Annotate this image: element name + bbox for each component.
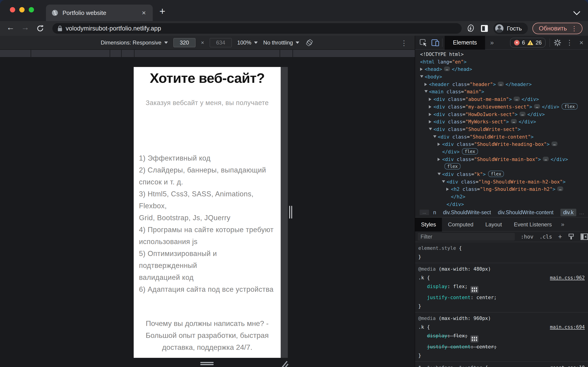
- dom-tree-row[interactable]: <div class="ShouldWrite-sect">: [415, 126, 588, 133]
- device-toolbar-toggle-icon[interactable]: [431, 38, 440, 47]
- style-rule-line[interactable]: @media (max-width: 960px): [415, 314, 588, 323]
- page-viewport[interactable]: Хотите веб-сайт? Заказуя вебсайт у меня,…: [134, 67, 281, 358]
- update-button[interactable]: Обновить ⋮: [532, 23, 582, 34]
- expand-arrow-icon[interactable]: [446, 186, 451, 193]
- media-query-bar[interactable]: [0, 50, 415, 57]
- more-panes-icon[interactable]: »: [561, 221, 564, 228]
- expand-ellipsis-button[interactable]: …: [552, 142, 557, 146]
- style-rule-line[interactable]: *, *::before, *::after {reset.css:10: [415, 363, 588, 367]
- style-rule-line[interactable]: display: flex;: [415, 332, 588, 342]
- breadcrumb-item[interactable]: n: [433, 209, 436, 216]
- dom-tree-row[interactable]: <!DOCTYPE html>: [415, 51, 588, 58]
- new-tab-icon[interactable]: +: [159, 8, 165, 15]
- dom-tree-row[interactable]: <html lang="en">: [415, 58, 588, 66]
- stylesheet-source-link[interactable]: main.css:962: [550, 273, 585, 282]
- flex-editor-icon[interactable]: [470, 335, 478, 342]
- expand-arrow-icon[interactable]: [420, 66, 425, 73]
- expand-ellipsis-button[interactable]: …: [514, 97, 519, 101]
- tab-event-listeners[interactable]: Event Listeners: [508, 218, 558, 232]
- expand-ellipsis-button[interactable]: …: [543, 157, 549, 161]
- new-style-rule-icon[interactable]: +: [558, 233, 562, 241]
- browser-menu-dots-icon[interactable]: ⋮: [571, 25, 578, 32]
- dom-tree-row[interactable]: <div class="MyWorks-sect">…</div>: [415, 118, 588, 126]
- forward-icon[interactable]: →: [21, 23, 29, 32]
- dimensions-dropdown[interactable]: Dimensions: Responsive: [101, 40, 168, 46]
- style-rule-line[interactable]: element.style {: [415, 244, 588, 252]
- settings-gear-icon[interactable]: [553, 39, 561, 47]
- tab-layout[interactable]: Layout: [479, 218, 508, 232]
- expand-ellipsis-button[interactable]: …: [557, 186, 563, 191]
- dom-tree-row[interactable]: <div class="k">flex: [415, 171, 588, 178]
- viewport-resize-handle-right[interactable]: [289, 206, 293, 219]
- flex-badge[interactable]: flex: [562, 103, 578, 110]
- collapse-arrow-icon[interactable]: [442, 178, 447, 186]
- style-rule-line[interactable]: .k {main.css:962: [415, 273, 588, 282]
- dom-tree-row[interactable]: <div class="ShouldWrite-content">: [415, 133, 588, 141]
- issues-badge[interactable]: × 6 ! 26: [510, 38, 545, 48]
- expand-arrow-icon[interactable]: [438, 156, 442, 163]
- dom-tree-row[interactable]: </div>: [415, 201, 588, 208]
- dom-tree-row[interactable]: </div>flex: [415, 148, 588, 156]
- style-rule-line[interactable]: }: [415, 252, 588, 261]
- style-rule-line[interactable]: .k {main.css:694: [415, 323, 588, 332]
- styles-filter-input[interactable]: Filter: [418, 233, 515, 241]
- dom-tree-row[interactable]: flex: [415, 163, 588, 171]
- style-rule-line[interactable]: }: [415, 302, 588, 311]
- expand-arrow-icon[interactable]: [429, 96, 433, 103]
- side-panel-icon[interactable]: [480, 24, 489, 33]
- devtools-close-icon[interactable]: ×: [579, 39, 583, 47]
- dom-tree-row[interactable]: <div class="ShouldWrite-heading-box">…: [415, 141, 588, 148]
- battery-saver-icon[interactable]: [466, 24, 476, 33]
- rotate-device-icon[interactable]: [305, 38, 314, 47]
- expand-arrow-icon[interactable]: [429, 103, 433, 111]
- style-rule-line[interactable]: }: [415, 351, 588, 360]
- throttling-dropdown[interactable]: No throttling: [263, 40, 299, 46]
- expand-arrow-icon[interactable]: [424, 81, 429, 88]
- expand-ellipsis-button[interactable]: …: [519, 112, 526, 116]
- rendering-brush-icon[interactable]: [568, 233, 575, 240]
- url-text[interactable]: volodymirsubot-portfolio.netlify.app: [66, 25, 161, 32]
- dom-tree-row[interactable]: <div class="lng-ShouldWrite-main-h2-box"…: [415, 178, 588, 186]
- toggle-hover-state-button[interactable]: :hov: [521, 234, 533, 240]
- browser-tab[interactable]: Portfolio website ×: [46, 5, 153, 21]
- dom-tree-row[interactable]: <div class="about-me-main">…</div>: [415, 96, 588, 103]
- back-icon[interactable]: ←: [6, 23, 15, 32]
- viewport-scroll-strip[interactable]: [281, 67, 288, 358]
- zoom-dropdown[interactable]: 100%: [237, 40, 258, 46]
- dock-sidebar-icon[interactable]: [580, 233, 588, 240]
- more-tabs-icon[interactable]: »: [490, 39, 494, 46]
- device-toolbar-menu-icon[interactable]: ⋮: [401, 39, 407, 47]
- dom-tree-row[interactable]: <body>: [415, 73, 588, 81]
- url-bar[interactable]: volodymirsubot-portfolio.netlify.app: [52, 23, 462, 34]
- dom-tree-row[interactable]: <main class="main">: [415, 88, 588, 96]
- tab-close-icon[interactable]: ×: [140, 9, 147, 17]
- style-rule-line[interactable]: @media (max-width: 480px): [415, 265, 588, 273]
- traffic-light-zoom[interactable]: [29, 7, 34, 12]
- style-rule-line[interactable]: justify-content: center;: [415, 342, 588, 351]
- expand-ellipsis-button[interactable]: …: [511, 119, 517, 124]
- viewport-height-input[interactable]: 634: [210, 38, 232, 47]
- traffic-light-minimize[interactable]: [19, 7, 25, 12]
- collapse-arrow-icon[interactable]: [433, 133, 438, 141]
- expand-ellipsis-button[interactable]: …: [498, 82, 504, 86]
- inspect-element-icon[interactable]: [419, 38, 427, 47]
- breadcrumb-selected[interactable]: div.k: [561, 209, 577, 216]
- viewport-resize-handle-bottom[interactable]: [200, 362, 214, 366]
- flex-badge[interactable]: flex: [488, 171, 504, 177]
- flex-badge[interactable]: flex: [462, 148, 478, 155]
- stylesheet-source-link[interactable]: reset.css:10: [550, 363, 585, 367]
- stylesheet-source-link[interactable]: main.css:694: [550, 323, 585, 332]
- reload-icon[interactable]: [36, 24, 44, 33]
- tab-computed[interactable]: Computed: [442, 218, 479, 232]
- expand-ellipsis-button[interactable]: …: [444, 67, 450, 71]
- dom-tree-row[interactable]: <div class="my-achievements-sect">…</div…: [415, 103, 588, 111]
- expand-arrow-icon[interactable]: [429, 111, 433, 118]
- dom-tree-row[interactable]: <h2 class="lng-ShouldWrite-main-h2">…: [415, 186, 588, 193]
- style-rule-line[interactable]: display: flex;: [415, 282, 588, 293]
- viewport-resize-handle-corner[interactable]: [278, 360, 288, 367]
- profile-button[interactable]: Гость: [493, 23, 527, 34]
- breadcrumb-item[interactable]: div.ShouldWrite-sect: [443, 209, 491, 216]
- breadcrumb-item[interactable]: div.ShouldWrite-content: [498, 209, 553, 216]
- collapse-arrow-icon[interactable]: [429, 126, 433, 133]
- viewport-width-input[interactable]: 320: [173, 38, 195, 47]
